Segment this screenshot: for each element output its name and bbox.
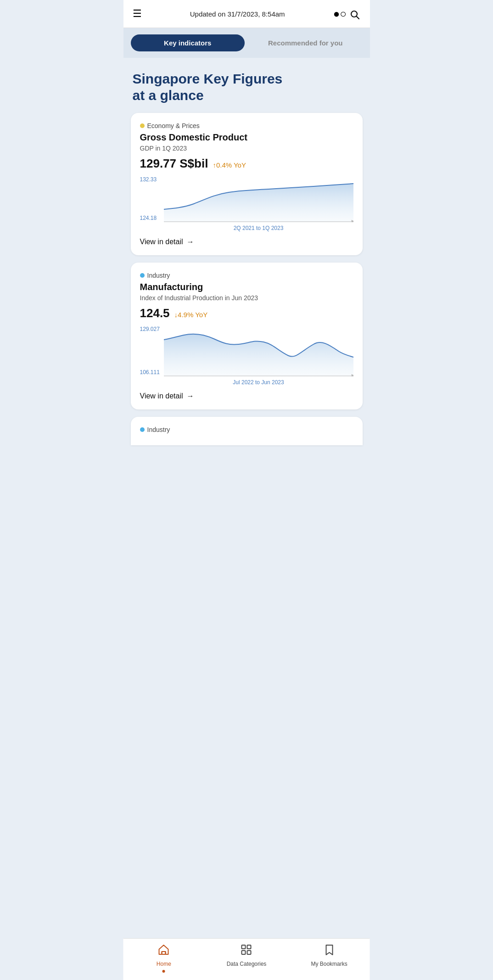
gdp-category-dot bbox=[140, 123, 145, 128]
manufacturing-chart-svg: Jul 2022 to Jun 2023 bbox=[164, 326, 353, 386]
gdp-change: ↑0.4% YoY bbox=[213, 161, 246, 169]
gdp-category: Economy & Prices bbox=[140, 122, 353, 129]
manufacturing-chart-min: 106.111 bbox=[140, 369, 160, 375]
manufacturing-arrow-icon: → bbox=[186, 392, 194, 400]
gdp-chart-svg: 2Q 2021 to 1Q 2023 bbox=[164, 176, 353, 231]
manufacturing-change: ↓4.9% YoY bbox=[174, 311, 208, 319]
page-title: Singapore Key Figures at a glance bbox=[133, 71, 361, 104]
menu-icon[interactable]: ☰ bbox=[133, 9, 142, 19]
header-title: Updated on 31/7/2023, 8:54am bbox=[190, 10, 285, 18]
gdp-chart-labels: 132.33 124.18 bbox=[140, 176, 157, 221]
gdp-category-label: Economy & Prices bbox=[147, 122, 200, 129]
manufacturing-view-detail[interactable]: View in detail → bbox=[140, 392, 353, 400]
tab-key-indicators[interactable]: Key indicators bbox=[131, 34, 245, 51]
manufacturing-title: Manufacturing bbox=[140, 282, 353, 292]
partial-category: Industry bbox=[140, 426, 353, 433]
gdp-value-row: 129.77 S$bil ↑0.4% YoY bbox=[140, 157, 353, 171]
gdp-chart: 132.33 124.18 bbox=[140, 176, 353, 231]
svg-line-1 bbox=[357, 16, 359, 19]
manufacturing-category-dot bbox=[140, 273, 145, 278]
manufacturing-value-row: 124.5 ↓4.9% YoY bbox=[140, 306, 353, 320]
gdp-view-detail[interactable]: View in detail → bbox=[140, 238, 353, 246]
manufacturing-category: Industry bbox=[140, 272, 353, 279]
manufacturing-chart: 129.027 106.111 Jul bbox=[140, 326, 353, 386]
gdp-chart-min: 124.18 bbox=[140, 215, 157, 221]
gdp-subtitle: GDP in 1Q 2023 bbox=[140, 145, 353, 152]
partial-category-label: Industry bbox=[147, 426, 170, 433]
gdp-title: Gross Domestic Product bbox=[140, 132, 353, 143]
manufacturing-chart-max: 129.027 bbox=[140, 326, 160, 332]
header: ☰ Updated on 31/7/2023, 8:54am ●○ bbox=[123, 0, 370, 28]
manufacturing-chart-x-label: Jul 2022 to Jun 2023 bbox=[164, 379, 353, 386]
manufacturing-category-label: Industry bbox=[147, 272, 170, 279]
gdp-arrow-icon: → bbox=[186, 238, 194, 246]
partial-card: Industry bbox=[131, 417, 363, 445]
manufacturing-chart-labels: 129.027 106.111 bbox=[140, 326, 160, 375]
cards-section: Economy & Prices Gross Domestic Product … bbox=[123, 113, 370, 417]
gdp-card: Economy & Prices Gross Domestic Product … bbox=[131, 113, 363, 255]
page-title-section: Singapore Key Figures at a glance bbox=[123, 58, 370, 113]
search-icon[interactable]: ●○ bbox=[333, 7, 361, 20]
gdp-chart-max: 132.33 bbox=[140, 176, 157, 183]
manufacturing-subtitle: Index of Industrial Production in Jun 20… bbox=[140, 294, 353, 302]
manufacturing-card: Industry Manufacturing Index of Industri… bbox=[131, 263, 363, 409]
gdp-value: 129.77 S$bil bbox=[140, 157, 208, 171]
partial-category-dot bbox=[140, 427, 145, 432]
manufacturing-value: 124.5 bbox=[140, 306, 170, 320]
gdp-chart-x-label: 2Q 2021 to 1Q 2023 bbox=[164, 225, 353, 231]
tab-recommended[interactable]: Recommended for you bbox=[248, 34, 363, 51]
tab-bar: Key indicators Recommended for you bbox=[123, 28, 370, 58]
